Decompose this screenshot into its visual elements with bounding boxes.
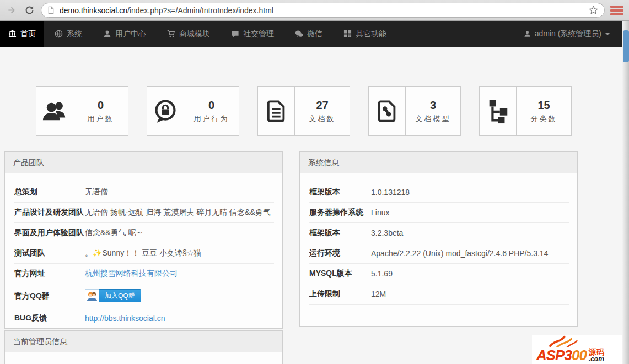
nav-item-system[interactable]: 系统	[44, 21, 93, 47]
info-value: 12M	[371, 290, 386, 298]
comment-icon	[231, 30, 239, 38]
caret-down-icon	[605, 33, 610, 35]
asp300-watermark: ASP300 源码 .com	[532, 335, 622, 364]
forward-icon[interactable]	[6, 4, 18, 17]
browser-menu-icon[interactable]	[610, 6, 623, 15]
stat-card-user-count[interactable]: 0用户数	[36, 86, 128, 136]
bank-icon	[8, 30, 17, 38]
info-link[interactable]: 杭州搜雪网络科技有限公司	[85, 269, 178, 278]
nav-item-other[interactable]: 其它功能	[333, 21, 397, 47]
file-model-icon	[369, 87, 406, 135]
info-row: 官方QQ群加入QQ群	[14, 284, 274, 308]
stat-label: 分类数	[531, 114, 557, 124]
info-value: 1.0.131218	[371, 188, 410, 197]
info-row: 框架版本3.2.3beta	[309, 222, 569, 243]
info-value: 加入QQ群	[85, 289, 141, 303]
nav-item-wechat[interactable]: 微信	[284, 21, 333, 47]
info-value: Linux	[371, 208, 389, 217]
info-row: MYSQL版本5.1.69	[309, 263, 569, 284]
panel-title-product-team: 产品团队	[5, 152, 282, 173]
join-qq-button[interactable]: 加入QQ群	[85, 289, 141, 302]
info-row: 测试团队。✨Sunny！！ 豆豆 小夊谗§☆猫	[14, 243, 274, 263]
info-value: http://bbs.thinksocial.cn	[85, 314, 165, 323]
stat-card-document-count[interactable]: 27文档数	[257, 86, 350, 136]
info-text: 5.1.69	[371, 269, 393, 278]
info-text: 。✨Sunny！！ 豆豆 小夊谗§☆猫	[85, 248, 201, 257]
users-group-icon	[36, 87, 73, 135]
scrollbar-thumb[interactable]	[623, 30, 629, 62]
nav-item-label: 首页	[20, 29, 36, 39]
nav-item-home[interactable]: 首页	[0, 21, 44, 47]
stat-value-cell: 3文档模型	[406, 87, 460, 135]
qq-avatars-icon	[85, 289, 99, 302]
info-link[interactable]: http://bbs.thinksocial.cn	[85, 314, 165, 323]
url-path: /index.php?s=/Admin/IntroIndex/index.htm…	[127, 6, 273, 15]
nav-item-user-center[interactable]: 用户中心	[93, 21, 157, 47]
info-label: 测试团队	[14, 248, 85, 258]
info-row: 官方网址杭州搜雪网络科技有限公司	[14, 263, 274, 284]
info-row: 产品设计及研发团队无语僧 扬帆·远航 归海 荒漠屠夫 碎月无晴 信念&&勇气	[14, 202, 274, 222]
info-text: 1.0.131218	[371, 188, 410, 197]
info-value: 无语僧 扬帆·远航 归海 荒漠屠夫 碎月无晴 信念&&勇气	[85, 208, 271, 218]
info-label: 框架版本	[309, 187, 371, 197]
stat-cards: 0用户数0用户行为27文档数3文档模型15分类数	[36, 86, 572, 136]
info-value: 。✨Sunny！！ 豆豆 小夊谗§☆猫	[85, 248, 201, 258]
info-row: 服务器操作系统Linux	[309, 202, 569, 222]
admin-user-menu[interactable]: admin (系统管理员)	[524, 21, 610, 47]
info-label: 官方网址	[14, 269, 85, 279]
stat-card-document-model[interactable]: 3文档模型	[368, 86, 461, 136]
stat-card-category-count[interactable]: 15分类数	[479, 86, 572, 136]
sitemap-icon	[480, 87, 517, 135]
info-row: BUG反馈http://bbs.thinksocial.cn	[14, 308, 274, 328]
panel-title-current-admin: 当前管理员信息	[5, 331, 282, 352]
globe-icon	[55, 30, 63, 38]
info-text: Linux	[371, 208, 389, 217]
nav-item-label: 微信	[307, 29, 322, 39]
info-label: 总策划	[14, 187, 85, 197]
stat-value: 3	[430, 99, 436, 112]
admin-page: 首页系统用户中心商城模块社交管理微信其它功能 admin (系统管理员) 0用户…	[0, 21, 622, 364]
stat-value: 0	[98, 99, 104, 112]
nav-item-label: 用户中心	[115, 29, 146, 39]
flame-icon	[546, 335, 589, 347]
panel-title-system-info: 系统信息	[300, 152, 577, 173]
logo-asp: ASP	[536, 348, 564, 362]
info-label: 服务器操作系统	[309, 208, 371, 218]
info-label: 框架版本	[309, 228, 371, 238]
stat-value-cell: 0用户行为	[184, 87, 239, 135]
info-row: 界面及用户体验团队信念&&勇气 呢～	[14, 222, 274, 243]
bookmark-star-icon[interactable]	[588, 5, 599, 15]
stat-label: 文档数	[309, 114, 336, 124]
product-team-panel: 产品团队 总策划无语僧产品设计及研发团队无语僧 扬帆·远航 归海 荒漠屠夫 碎月…	[4, 151, 283, 329]
user-icon	[103, 30, 111, 38]
scrollbar[interactable]	[622, 21, 629, 364]
url-bar[interactable]: demo.thinksocial.cn/index.php?s=/Admin/I…	[41, 3, 605, 18]
reload-icon[interactable]	[23, 4, 35, 17]
stat-value-cell: 27文档数	[295, 87, 350, 135]
info-value: 杭州搜雪网络科技有限公司	[85, 269, 178, 279]
system-info-panel: 系统信息 框架版本1.0.131218服务器操作系统Linux框架版本3.2.3…	[299, 151, 578, 327]
logo-3: 3	[564, 348, 571, 362]
info-text: 无语僧 扬帆·远航 归海 荒漠屠夫 碎月无晴 信念&&勇气	[85, 208, 271, 216]
stat-value: 0	[208, 99, 214, 112]
nav-item-label: 其它功能	[356, 29, 386, 39]
logo-00: 00	[572, 348, 587, 362]
info-text: Apache/2.2.22 (Unix) mod_fastcgi/2.4.6 P…	[371, 249, 548, 258]
stat-card-user-actions[interactable]: 0用户行为	[147, 86, 239, 136]
admin-user-label: admin (系统管理员)	[535, 29, 601, 39]
info-row: 上传限制12M	[309, 284, 569, 305]
info-value: 信念&&勇气 呢～	[85, 228, 144, 238]
info-label: BUG反馈	[14, 313, 85, 323]
nav-item-social-mgmt[interactable]: 社交管理	[221, 21, 284, 47]
stat-value-cell: 15分类数	[517, 87, 571, 135]
stat-value: 15	[537, 99, 550, 112]
user-icon	[524, 30, 531, 37]
info-text: 无语僧	[85, 187, 108, 196]
info-row: 总策划无语僧	[14, 182, 274, 202]
nav-item-mall-module[interactable]: 商城模块	[157, 21, 221, 47]
bubble-lock-icon	[147, 87, 184, 135]
stat-label: 文档模型	[416, 114, 451, 124]
info-label: 官方QQ群	[14, 291, 85, 301]
info-label: 产品设计及研发团队	[14, 208, 85, 218]
info-label: 运行环境	[309, 248, 371, 258]
